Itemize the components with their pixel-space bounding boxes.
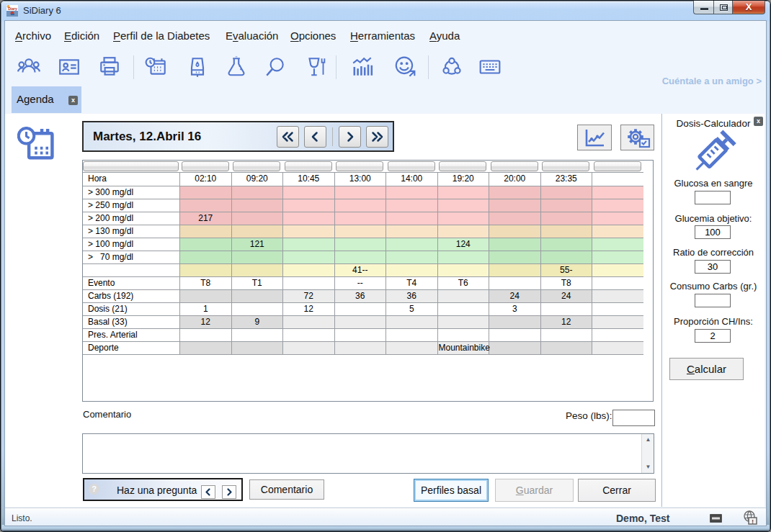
svg-text:!: ! [752, 518, 754, 525]
svg-text:Diary: Diary [8, 6, 17, 11]
